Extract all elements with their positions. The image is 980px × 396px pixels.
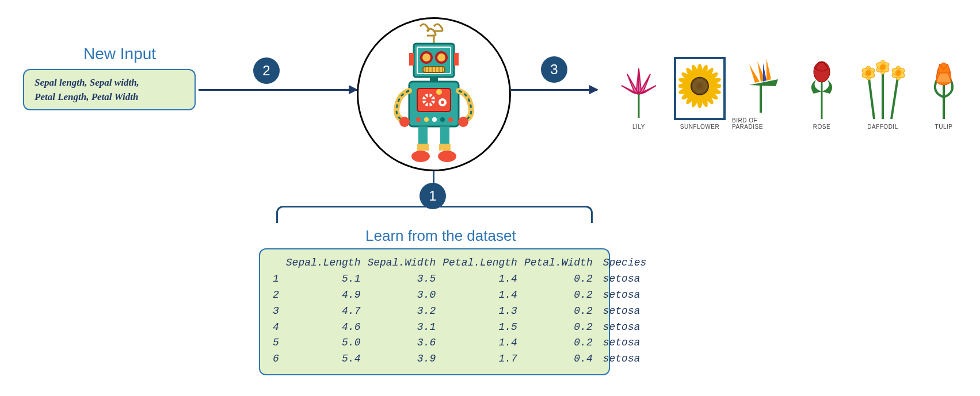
cell-species: setosa [596, 335, 650, 351]
svg-rect-5 [423, 67, 445, 72]
flower-label: TULIP [935, 124, 953, 130]
svg-point-91 [880, 64, 886, 70]
cell-sepal-length: 5.0 [283, 335, 364, 351]
col-sepal-width: Sepal.Width [364, 255, 439, 271]
model-circle [357, 17, 511, 171]
cell-sepal-width: 3.1 [364, 320, 439, 336]
step-badge-2: 2 [253, 57, 280, 84]
cell-species: setosa [596, 351, 650, 367]
svg-point-38 [438, 151, 456, 162]
flower-label: LILY [632, 124, 645, 130]
flower-icon [918, 57, 970, 120]
new-input-box: Sepal length, Sepal width, Petal Length,… [23, 69, 196, 110]
col-sepal-length: Sepal.Length [283, 255, 364, 271]
flower-label: ROSE [813, 124, 830, 130]
flower-bird-of-paradise: BIRD OF PARADISE [732, 51, 790, 130]
svg-point-32 [458, 117, 468, 127]
curly-brace [276, 206, 593, 223]
cell-sepal-width: 3.6 [364, 335, 439, 351]
dataset-panel: Sepal.Length Sepal.Width Petal.Length Pe… [259, 248, 610, 375]
cell-sepal-length: 5.4 [283, 351, 364, 367]
cell-petal-width: 0.4 [521, 351, 596, 367]
cell-sepal-width: 3.0 [364, 287, 439, 303]
flower-sunflower: SUNFLOWER [671, 57, 729, 130]
step-badge-3: 3 [541, 56, 567, 83]
cell-species: setosa [596, 303, 650, 320]
cell-petal-length: 1.4 [439, 271, 521, 287]
cell-petal-length: 1.4 [439, 335, 521, 351]
cell-sepal-length: 4.6 [283, 320, 364, 336]
cell-petal-width: 0.2 [521, 335, 596, 351]
cell-species: setosa [596, 320, 650, 336]
flower-icon [735, 51, 787, 114]
cell-petal-width: 0.2 [521, 271, 596, 287]
learn-title-text: Learn from the dataset [365, 227, 516, 244]
svg-rect-33 [418, 126, 428, 144]
table-row: 55.03.61.40.2setosa [269, 335, 650, 351]
svg-rect-12 [409, 53, 414, 66]
robot-icon [385, 22, 483, 166]
col-petal-length: Petal.Length [439, 255, 521, 271]
row-index: 1 [269, 271, 283, 287]
svg-point-28 [432, 117, 437, 122]
svg-rect-34 [440, 126, 449, 144]
table-row: 34.73.21.30.2setosa [269, 303, 650, 320]
row-index: 4 [269, 320, 283, 336]
cell-sepal-width: 3.9 [364, 351, 439, 367]
svg-point-37 [411, 151, 430, 162]
table-row: 24.93.01.40.2setosa [269, 287, 650, 303]
flower-label: SUNFLOWER [680, 124, 719, 130]
col-species: Species [596, 255, 650, 271]
output-flowers: LILYSUNFLOWERBIRD OF PARADISEROSEDAFFODI… [610, 51, 973, 130]
cell-sepal-width: 3.5 [364, 271, 439, 287]
cell-species: setosa [596, 271, 650, 287]
dataset-header-row: Sepal.Length Sepal.Width Petal.Length Pe… [269, 255, 650, 271]
svg-point-29 [440, 117, 445, 122]
svg-point-27 [424, 117, 429, 122]
flower-icon [674, 57, 726, 120]
svg-point-3 [421, 52, 432, 63]
flower-rose: ROSE [793, 57, 851, 130]
row-index: 5 [269, 335, 283, 351]
cell-sepal-length: 4.7 [283, 303, 364, 320]
svg-rect-36 [439, 144, 451, 151]
row-index: 3 [269, 303, 283, 320]
svg-point-26 [416, 117, 421, 122]
arrow-input-to-model [199, 89, 357, 91]
svg-point-31 [399, 117, 410, 127]
flower-label: BIRD OF PARADISE [732, 117, 790, 130]
table-row: 15.13.51.40.2setosa [269, 271, 650, 287]
flower-daffodil: DAFFODIL [854, 57, 912, 130]
flower-lily: LILY [610, 57, 668, 130]
cell-petal-width: 0.2 [521, 320, 596, 336]
col-petal-width: Petal.Width [521, 255, 596, 271]
flower-icon [613, 57, 665, 120]
table-row: 44.63.11.50.2setosa [269, 320, 650, 336]
cell-species: setosa [596, 287, 650, 303]
cell-sepal-length: 5.1 [283, 271, 364, 287]
flower-icon [857, 57, 909, 120]
brace-stem [433, 171, 434, 184]
flower-tulip: TULIP [915, 57, 973, 130]
cell-petal-length: 1.3 [439, 303, 521, 320]
new-input-title: New Input [83, 45, 156, 63]
svg-point-25 [436, 89, 442, 95]
svg-point-30 [448, 117, 453, 122]
dataset-table: Sepal.Length Sepal.Width Petal.Length Pe… [269, 255, 650, 367]
flower-icon [796, 57, 848, 120]
row-index: 6 [269, 351, 283, 367]
cell-petal-length: 1.5 [439, 320, 521, 336]
svg-point-98 [895, 70, 901, 76]
input-features-line2: Petal Length, Petal Width [35, 90, 184, 105]
cell-petal-length: 1.4 [439, 287, 521, 303]
cell-petal-width: 0.2 [521, 287, 596, 303]
arrow-model-to-output [511, 89, 597, 91]
flower-label: DAFFODIL [867, 124, 898, 130]
svg-line-77 [891, 74, 898, 119]
row-index: 2 [269, 287, 283, 303]
svg-rect-35 [417, 144, 429, 151]
cell-petal-length: 1.7 [439, 351, 521, 367]
learn-title: Learn from the dataset [0, 227, 980, 245]
cell-sepal-length: 4.9 [283, 287, 364, 303]
cell-sepal-width: 3.2 [364, 303, 439, 320]
